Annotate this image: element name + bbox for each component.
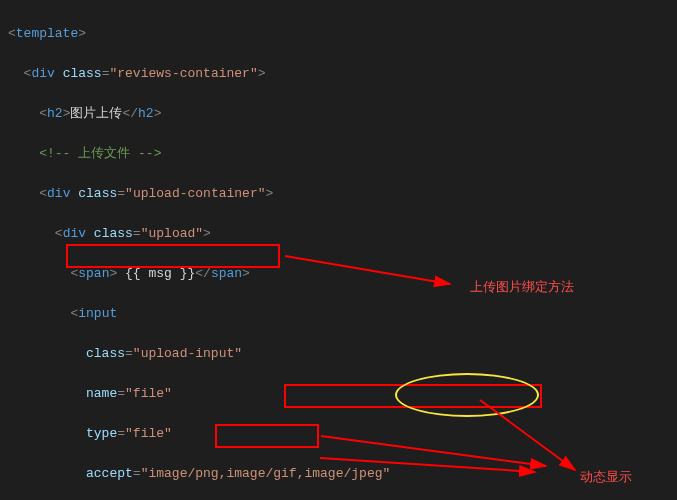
code-line: <template>: [8, 24, 669, 44]
code-line: name="file": [8, 384, 669, 404]
code-line: <span> {{ msg }}</span>: [8, 264, 669, 284]
code-editor: <template> <div class="reviews-container…: [0, 0, 677, 500]
code-line: class="upload-input": [8, 344, 669, 364]
code-line: <div class="upload">: [8, 224, 669, 244]
code-line: <!-- 上传文件 -->: [8, 144, 669, 164]
code-line: <div class="reviews-container">: [8, 64, 669, 84]
code-line: accept="image/png,image/gif,image/jpeg": [8, 464, 669, 484]
code-line: <h2>图片上传</h2>: [8, 104, 669, 124]
code-line: type="file": [8, 424, 669, 444]
code-line: <div class="upload-container">: [8, 184, 669, 204]
code-line: <input: [8, 304, 669, 324]
